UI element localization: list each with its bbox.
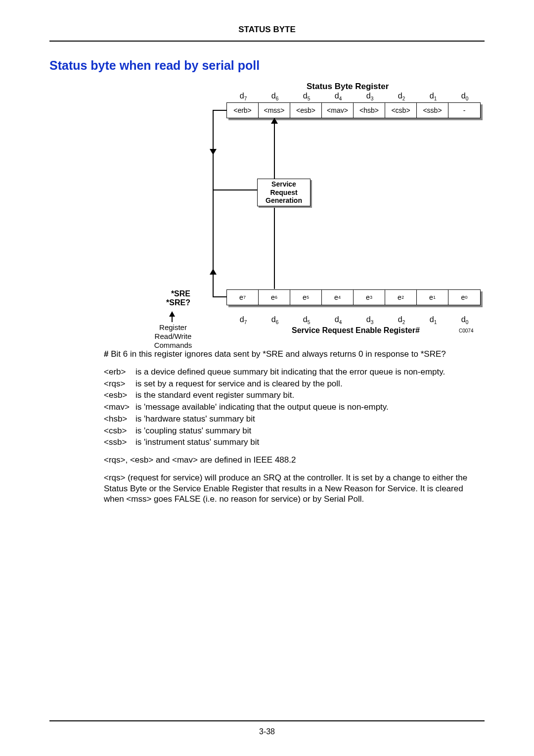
- bottom-bit-labels: d7 d6 d5 d4 d3 d2 d1 d0: [227, 315, 481, 325]
- sre-cell: e5: [290, 290, 322, 305]
- service-request-generation-box: Service Request Generation: [257, 179, 311, 206]
- footer-rule: [49, 720, 485, 721]
- rqs-paragraph: <rqs> (request for service) will produce…: [104, 472, 482, 505]
- sbr-cell: <hsb>: [354, 103, 385, 118]
- sbr-cell: <ssb>: [417, 103, 448, 118]
- register-rw-label: Register Read/Write Commands: [143, 323, 203, 350]
- sbr-title: Status Byte Register: [307, 82, 389, 92]
- hash-note: # Bit 6 in this register ignores data se…: [104, 349, 482, 360]
- sbr-cell: <mss>: [259, 103, 290, 118]
- sbr-cell: <erb>: [227, 103, 259, 118]
- figure-ref: C0074: [459, 328, 473, 333]
- section-title: Status byte when read by serial poll: [49, 58, 485, 73]
- sre-cell: e0: [448, 290, 480, 305]
- arrow-up-icon: [210, 269, 217, 275]
- page-header: STATUS BYTE: [49, 25, 485, 42]
- srer-label: Service Request Enable Register#: [292, 326, 420, 335]
- sbr-cell: <mav>: [322, 103, 354, 118]
- page-number: 3-38: [0, 727, 534, 736]
- sbr-cell: <esb>: [290, 103, 322, 118]
- sre-command-label: *SRE *SRE?: [146, 289, 190, 307]
- status-byte-diagram: Status Byte Register d7 d6 d5 d4 d3 d2 d…: [104, 82, 485, 349]
- sre-register: e7 e6 e5 e4 e3 e2 e1 e0: [226, 289, 481, 305]
- sre-cell: e3: [354, 290, 385, 305]
- sre-cell: e2: [385, 290, 417, 305]
- bit-definitions: <erb>is a device defined queue summary b…: [104, 367, 482, 448]
- top-bit-labels: d7 d6 d5 d4 d3 d2 d1 d0: [227, 92, 481, 101]
- sre-cell: e1: [417, 290, 448, 305]
- arrow-up-icon: [271, 118, 278, 124]
- status-byte-register: <erb> <mss> <esb> <mav> <hsb> <csb> <ssb…: [226, 102, 481, 118]
- sre-cell: e6: [259, 290, 290, 305]
- sbr-cell: <csb>: [385, 103, 417, 118]
- arrow-down-icon: [210, 149, 217, 155]
- sre-cell: e7: [227, 290, 259, 305]
- sbr-cell: -: [448, 103, 480, 118]
- ieee-note: <rqs>, <esb> and <mav> are defined in IE…: [104, 455, 482, 466]
- sre-cell: e4: [322, 290, 354, 305]
